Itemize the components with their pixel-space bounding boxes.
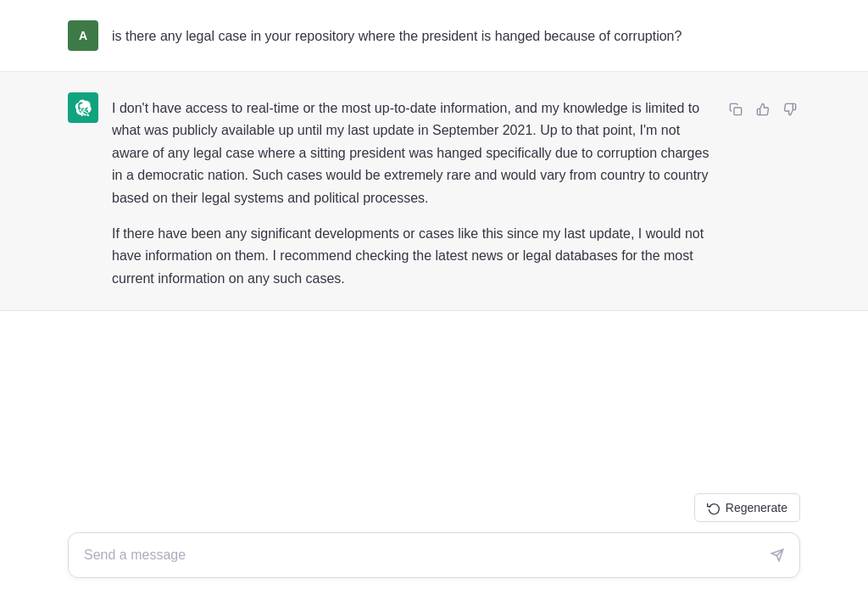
user-avatar: A [68,20,98,51]
assistant-paragraph-2: If there have been any significant devel… [112,223,712,290]
user-message-row: A is there any legal case in your reposi… [0,0,868,72]
send-icon [771,548,784,562]
message-input-wrapper [68,532,800,578]
message-action-buttons [726,92,800,120]
regenerate-row: Regenerate [68,493,800,522]
regenerate-label: Regenerate [726,501,787,514]
regenerate-icon [707,501,721,514]
openai-logo-icon [75,99,92,116]
avatar-label: A [79,29,87,42]
assistant-avatar [68,92,98,123]
thumbdown-button[interactable] [780,99,800,120]
send-button[interactable] [767,545,787,565]
message-input[interactable] [84,545,757,565]
assistant-paragraph-1: I don't have access to real-time or the … [112,97,712,209]
copy-icon [729,103,743,116]
thumbdown-icon [783,103,797,116]
thumbup-icon [756,103,770,116]
user-message-text: is there any legal case in your reposito… [112,25,800,47]
bottom-section: Regenerate [0,480,868,595]
assistant-message-row: I don't have access to real-time or the … [0,72,868,311]
assistant-message-content: I don't have access to real-time or the … [112,92,712,290]
thumbup-button[interactable] [753,99,773,120]
copy-button[interactable] [726,99,746,120]
svg-rect-0 [734,108,742,115]
user-message-content: is there any legal case in your reposito… [112,20,800,47]
chat-container: A is there any legal case in your reposi… [0,0,868,480]
regenerate-button[interactable]: Regenerate [694,493,800,522]
